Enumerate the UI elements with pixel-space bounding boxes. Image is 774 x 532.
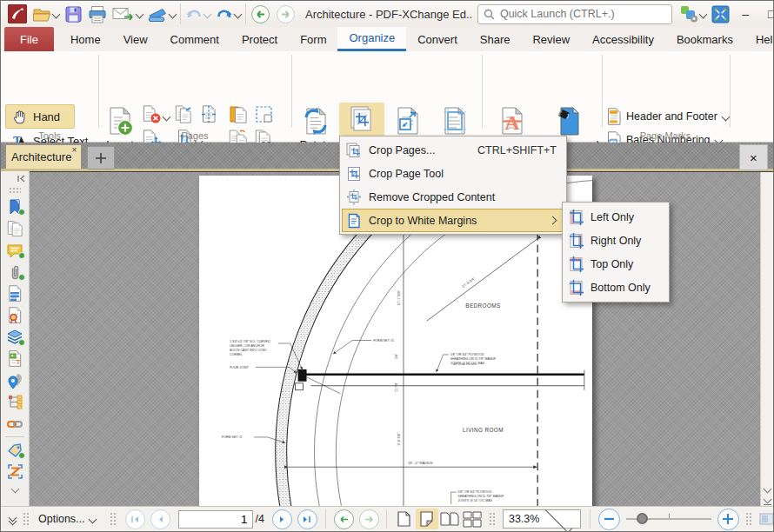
zoom-level-select[interactable]: 33.3%	[503, 509, 581, 529]
structure-panel-icon[interactable]	[1, 391, 29, 413]
history-back-button[interactable]	[334, 509, 354, 529]
tab-form[interactable]: Form	[289, 27, 337, 51]
save-button[interactable]	[62, 3, 85, 25]
two-page-continuous-layout-button[interactable]	[461, 509, 484, 529]
content-panel-icon[interactable]: T	[1, 348, 29, 369]
scan-button[interactable]	[145, 4, 178, 24]
zoom-slider[interactable]	[626, 510, 711, 528]
tab-accessibility[interactable]: Accessibility	[581, 27, 665, 51]
maximize-button[interactable]: □	[758, 3, 774, 25]
bookmarks-panel-icon[interactable]	[1, 196, 29, 217]
submenu-item-right-only[interactable]: Right Only	[565, 229, 666, 252]
menu-item-crop-to-white-margins[interactable]: Crop to White Margins	[342, 209, 564, 232]
vertical-scrollbar[interactable]	[760, 172, 773, 507]
zoom-toolbar-grip[interactable]	[489, 512, 496, 526]
undo-button[interactable]	[183, 4, 213, 24]
search-icon	[484, 9, 494, 20]
view-toolbar-grip[interactable]	[745, 512, 752, 526]
ui-options-button[interactable]	[677, 3, 709, 24]
collapse-bottom-icon[interactable]	[1, 482, 29, 495]
tab-home[interactable]: Home	[59, 27, 112, 51]
tab-review[interactable]: Review	[521, 27, 581, 51]
thumbnails-panel-icon[interactable]	[1, 217, 29, 239]
comments-panel-icon[interactable]	[1, 239, 29, 261]
quick-launch-input[interactable]	[498, 7, 666, 21]
quick-launch-box[interactable]	[477, 4, 672, 24]
extract-pages-button[interactable]	[229, 105, 248, 124]
menu-item-remove-cropped-content[interactable]: Remove Cropped Content	[342, 185, 564, 209]
tab-file[interactable]: File	[4, 27, 54, 51]
zoom-in-button[interactable]	[717, 509, 739, 530]
menu-item-crop-pages[interactable]: Crop Pages... CTRL+SHIFT+T	[342, 138, 564, 162]
statusbar-grip[interactable]	[23, 512, 30, 526]
dim-58: 5/8"	[395, 353, 398, 359]
page-count-label: /4	[256, 513, 264, 525]
continuous-layout-button[interactable]	[416, 509, 438, 529]
attachments-panel-icon[interactable]	[1, 261, 29, 283]
split-pages-button[interactable]	[199, 105, 218, 124]
delete-pages-chevron[interactable]	[162, 107, 170, 126]
tags-panel-icon[interactable]	[1, 439, 29, 461]
content-order-panel-icon[interactable]	[1, 461, 29, 482]
destinations-panel-icon[interactable]	[1, 369, 29, 391]
nav-back-button[interactable]	[248, 3, 273, 26]
margins-icon	[439, 106, 470, 137]
print-button[interactable]	[85, 3, 110, 25]
scroll-down-icon[interactable]	[763, 484, 771, 493]
tab-bookmarks[interactable]: Bookmarks	[665, 27, 744, 51]
tab-protect[interactable]: Protect	[230, 27, 289, 51]
close-document-button[interactable]: ×	[739, 144, 768, 170]
nav-toolbar-grip[interactable]	[110, 512, 117, 526]
minimize-button[interactable]: –	[732, 3, 758, 25]
history-forward-button[interactable]	[359, 509, 379, 529]
options-button[interactable]: Options...	[38, 513, 85, 525]
crop-marquee-button[interactable]	[255, 105, 274, 124]
delete-pages-button[interactable]	[143, 105, 162, 124]
next-page-button[interactable]	[272, 509, 292, 529]
tab-comment[interactable]: Comment	[159, 27, 230, 51]
fullscreen-button[interactable]	[709, 3, 732, 25]
form-fields-panel-icon[interactable]	[1, 283, 29, 304]
open-button[interactable]	[30, 3, 62, 24]
zoom-slider-thumb[interactable]	[637, 513, 648, 524]
layers-panel-icon[interactable]	[1, 326, 29, 348]
document-tab-architecture[interactable]: Architecture ×	[5, 144, 82, 169]
last-page-button[interactable]	[297, 509, 317, 529]
previous-page-button[interactable]	[150, 509, 170, 529]
tab-help[interactable]: Help	[744, 27, 774, 51]
tab-share[interactable]: Share	[469, 27, 522, 51]
header-footer-button[interactable]: Header and Footer	[607, 106, 729, 127]
new-tab-button[interactable]	[87, 146, 115, 170]
tab-view[interactable]: View	[112, 27, 159, 51]
links-panel-icon[interactable]	[1, 413, 29, 435]
scroll-to-end-icon[interactable]	[764, 496, 771, 506]
menu-item-crop-page-tool[interactable]: Crop Page Tool	[342, 162, 564, 185]
loupe-view-button[interactable]	[759, 513, 774, 525]
single-page-layout-button[interactable]	[393, 509, 416, 529]
zoom-out-button[interactable]	[598, 509, 620, 530]
duplicate-pages-button[interactable]	[175, 105, 194, 124]
submenu-item-top-only[interactable]: Top Only	[565, 252, 666, 276]
signatures-panel-icon[interactable]	[1, 304, 29, 326]
submenu-item-left-only[interactable]: Left Only	[565, 205, 666, 229]
hand-tool-button[interactable]: Hand	[5, 104, 75, 129]
dim-118: 11 7/8"	[395, 382, 398, 392]
options-chevron[interactable]	[88, 515, 97, 523]
ledger-note-1: 1 3/4"x11 7/8" SCL 'CURVED'	[230, 340, 271, 343]
submenu-item-bottom-only[interactable]: Bottom Only	[565, 276, 666, 299]
redo-button[interactable]	[213, 4, 244, 24]
email-button[interactable]	[110, 3, 145, 24]
dim-27: 27'-3 3/4"	[461, 276, 476, 289]
two-page-layout-button[interactable]	[438, 509, 461, 529]
panel-grip[interactable]	[1, 185, 29, 196]
nav-forward-button[interactable]	[273, 3, 298, 26]
document-tab-close-icon[interactable]: ×	[71, 145, 77, 156]
tab-organize[interactable]: Organize	[337, 27, 406, 51]
page-number-input[interactable]	[178, 510, 253, 529]
expand-statusbar-icon[interactable]	[10, 515, 16, 524]
form-set-3-label: FORM SET #3	[373, 339, 393, 342]
first-page-button[interactable]	[125, 509, 145, 529]
tab-convert[interactable]: Convert	[406, 27, 469, 51]
collapse-panel-button[interactable]	[1, 171, 29, 185]
ledger-note-4: CORBEL	[230, 353, 243, 356]
